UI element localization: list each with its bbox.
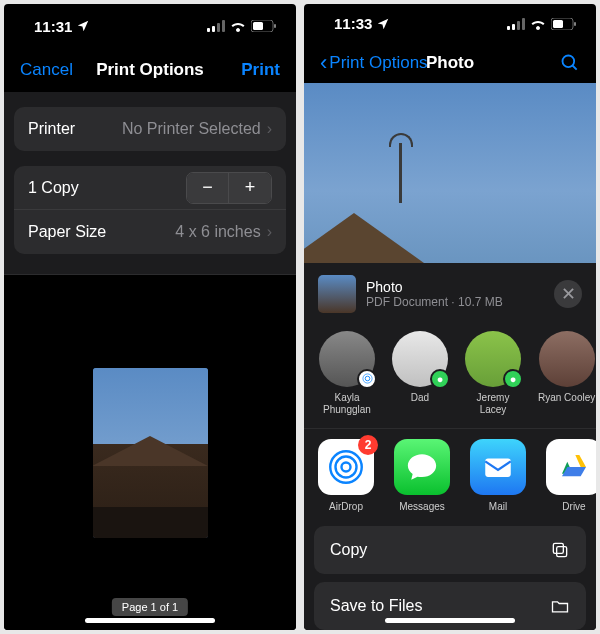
- close-button[interactable]: [554, 280, 582, 308]
- copies-row: 1 Copy − +: [14, 166, 286, 210]
- nav-bar: ‹ Print Options Photo: [304, 44, 596, 84]
- file-meta: PDF Document · 10.7 MB: [366, 295, 544, 309]
- contact-dad[interactable]: ● Dad: [392, 331, 448, 416]
- folder-icon: [550, 596, 570, 616]
- paper-size-label: Paper Size: [28, 223, 175, 241]
- location-icon: [76, 19, 90, 33]
- svg-rect-2: [217, 23, 220, 32]
- paper-size-value: 4 x 6 inches: [175, 223, 260, 241]
- svg-rect-6: [274, 24, 276, 28]
- search-button[interactable]: [560, 53, 580, 73]
- avatar: ●: [465, 331, 521, 387]
- printer-value: No Printer Selected: [122, 120, 261, 138]
- wifi-icon: [230, 20, 246, 32]
- battery-icon: [251, 20, 276, 32]
- svg-rect-9: [517, 21, 520, 30]
- avatar: ●: [392, 331, 448, 387]
- paper-size-row[interactable]: Paper Size 4 x 6 inches ›: [14, 210, 286, 254]
- app-messages[interactable]: Messages: [394, 439, 450, 512]
- svg-point-21: [336, 456, 357, 477]
- wifi-icon: [530, 18, 546, 30]
- svg-rect-5: [253, 22, 263, 30]
- airdrop-icon: 2: [318, 439, 374, 495]
- cellular-icon: [207, 20, 225, 32]
- svg-rect-10: [522, 18, 525, 30]
- svg-rect-7: [507, 26, 510, 30]
- avatar: [319, 331, 375, 387]
- file-thumbnail: [318, 275, 356, 313]
- printer-row[interactable]: Printer No Printer Selected ›: [14, 107, 286, 151]
- home-indicator[interactable]: [385, 618, 515, 623]
- stepper-minus[interactable]: −: [187, 173, 229, 203]
- svg-rect-1: [212, 26, 215, 32]
- page-title: Photo: [426, 53, 474, 73]
- svg-point-18: [365, 377, 370, 382]
- badge: 2: [358, 435, 378, 455]
- cellular-icon: [507, 18, 525, 30]
- copies-label: 1 Copy: [28, 179, 186, 197]
- svg-point-20: [342, 462, 351, 471]
- apps-row: 2 AirDrop Messages Mail Drive: [304, 428, 596, 526]
- share-sheet: Photo PDF Document · 10.7 MB Kayla Phung…: [304, 263, 596, 630]
- status-bar: 11:31: [4, 4, 296, 48]
- stepper-plus[interactable]: +: [229, 173, 271, 203]
- messages-icon: [394, 439, 450, 495]
- svg-rect-25: [553, 543, 563, 553]
- svg-rect-3: [222, 20, 225, 32]
- svg-rect-8: [512, 24, 515, 30]
- print-button[interactable]: Print: [241, 60, 280, 80]
- cancel-button[interactable]: Cancel: [20, 60, 73, 80]
- drive-icon: [546, 439, 596, 495]
- status-bar: 11:33: [304, 4, 596, 44]
- svg-rect-13: [574, 22, 576, 26]
- back-button[interactable]: ‹ Print Options: [320, 50, 428, 76]
- status-time: 11:33: [334, 15, 372, 32]
- status-time: 11:31: [34, 18, 72, 35]
- file-header: Photo PDF Document · 10.7 MB: [304, 263, 596, 325]
- contact-kayla[interactable]: Kayla Phungglan: [318, 331, 376, 416]
- chevron-right-icon: ›: [267, 120, 272, 138]
- page-label: Page 1 of 1: [112, 598, 188, 616]
- home-indicator[interactable]: [85, 618, 215, 623]
- contact-ryan[interactable]: Ryan Cooley: [538, 331, 595, 416]
- svg-rect-12: [553, 20, 563, 28]
- location-icon: [376, 17, 390, 31]
- page-preview[interactable]: [93, 368, 208, 538]
- preview-area: Page 1 of 1: [4, 274, 296, 630]
- file-name: Photo: [366, 279, 544, 295]
- svg-line-15: [573, 66, 577, 70]
- svg-rect-23: [485, 458, 511, 476]
- battery-icon: [551, 18, 576, 30]
- app-mail[interactable]: Mail: [470, 439, 526, 512]
- mail-icon: [470, 439, 526, 495]
- app-airdrop[interactable]: 2 AirDrop: [318, 439, 374, 512]
- page-title: Print Options: [96, 60, 204, 80]
- close-icon: [563, 288, 574, 299]
- chevron-left-icon: ‹: [320, 50, 327, 76]
- contacts-row: Kayla Phungglan ● Dad ● Jeremy Lacey Rya…: [304, 325, 596, 428]
- print-options-screen: 11:31 Cancel Print Options Print Printer…: [4, 4, 296, 630]
- copy-icon: [550, 540, 570, 560]
- printer-label: Printer: [28, 120, 122, 138]
- photo-preview[interactable]: [304, 83, 596, 263]
- chevron-right-icon: ›: [267, 223, 272, 241]
- contact-jeremy[interactable]: ● Jeremy Lacey: [464, 331, 522, 416]
- svg-point-19: [362, 374, 371, 383]
- avatar: [539, 331, 595, 387]
- svg-rect-0: [207, 28, 210, 32]
- photo-share-screen: 11:33 ‹ Print Options Photo Photo PDF Do…: [304, 4, 596, 630]
- svg-rect-24: [557, 547, 567, 557]
- app-drive[interactable]: Drive: [546, 439, 596, 512]
- nav-bar: Cancel Print Options Print: [4, 48, 296, 92]
- copies-stepper: − +: [186, 172, 272, 204]
- svg-point-14: [563, 56, 575, 68]
- search-icon: [560, 53, 580, 73]
- action-copy[interactable]: Copy: [314, 526, 586, 574]
